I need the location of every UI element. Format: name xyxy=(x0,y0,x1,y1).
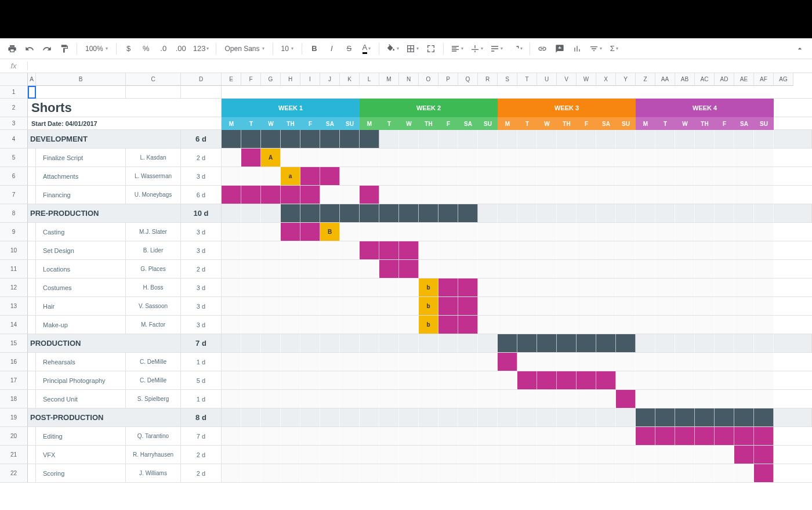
column-header[interactable]: AG xyxy=(774,73,793,86)
gantt-cell[interactable] xyxy=(734,204,754,223)
gantt-cell[interactable] xyxy=(300,371,320,390)
gantt-cell[interactable] xyxy=(517,297,537,316)
gantt-cell[interactable] xyxy=(557,297,577,316)
gantt-cell[interactable] xyxy=(596,260,616,278)
gantt-cell[interactable] xyxy=(478,408,498,427)
gantt-cell[interactable] xyxy=(379,334,399,353)
gantt-cell[interactable] xyxy=(636,408,655,427)
row-number[interactable]: 10 xyxy=(0,241,28,260)
gantt-cell[interactable] xyxy=(498,446,517,464)
gantt-cell[interactable] xyxy=(478,297,498,316)
gantt-cell[interactable] xyxy=(517,334,537,353)
gantt-cell[interactable] xyxy=(616,241,636,260)
gantt-cell[interactable] xyxy=(478,260,498,278)
more-formats-button[interactable]: 123▾ xyxy=(191,41,212,56)
gantt-cell[interactable] xyxy=(537,316,557,334)
gantt-cell[interactable] xyxy=(360,297,379,316)
gantt-cell[interactable] xyxy=(379,371,399,390)
gantt-cell[interactable] xyxy=(596,223,616,241)
gantt-cell[interactable] xyxy=(399,408,419,427)
gantt-cell[interactable] xyxy=(261,334,281,353)
task-row[interactable]: CostumesH. Boss3 db xyxy=(28,278,812,297)
gantt-cell[interactable] xyxy=(458,427,478,446)
gantt-cell[interactable] xyxy=(754,130,774,149)
gantt-cell[interactable] xyxy=(517,353,537,371)
gantt-cell[interactable] xyxy=(419,260,438,278)
gantt-cell[interactable] xyxy=(636,204,655,223)
gantt-cell[interactable] xyxy=(379,297,399,316)
format-currency-button[interactable]: $ xyxy=(121,41,136,56)
gantt-cell[interactable] xyxy=(517,186,537,204)
decrease-decimal-button[interactable]: .0 xyxy=(156,41,171,56)
gantt-cell[interactable] xyxy=(695,446,715,464)
gantt-cell[interactable] xyxy=(438,408,458,427)
gantt-cell[interactable] xyxy=(281,427,300,446)
task-duration[interactable]: 2 d xyxy=(181,464,222,483)
gantt-cell[interactable] xyxy=(557,186,577,204)
gantt-cell[interactable] xyxy=(754,446,774,464)
gantt-cell[interactable] xyxy=(517,427,537,446)
gantt-cell[interactable] xyxy=(300,316,320,334)
gantt-cell[interactable] xyxy=(300,297,320,316)
gantt-cell[interactable] xyxy=(438,130,458,149)
gantt-cell[interactable] xyxy=(616,149,636,167)
gantt-cell[interactable] xyxy=(596,371,616,390)
gantt-cell[interactable] xyxy=(419,186,438,204)
gantt-cell[interactable] xyxy=(399,427,419,446)
column-header[interactable]: P xyxy=(438,73,458,86)
gantt-cell[interactable] xyxy=(577,223,596,241)
gantt-cell[interactable] xyxy=(695,316,715,334)
gantt-cell[interactable] xyxy=(498,353,517,371)
gantt-cell[interactable] xyxy=(636,167,655,186)
gantt-cell[interactable] xyxy=(478,241,498,260)
gantt-cell[interactable] xyxy=(655,223,675,241)
column-header[interactable]: F xyxy=(241,73,261,86)
gantt-cell[interactable] xyxy=(715,464,734,483)
gantt-cell[interactable] xyxy=(261,186,281,204)
gantt-cell[interactable] xyxy=(222,316,241,334)
task-assignee[interactable]: R. Harryhausen xyxy=(126,446,181,464)
gantt-cell[interactable] xyxy=(754,371,774,390)
gantt-cell[interactable] xyxy=(675,167,695,186)
gantt-cell[interactable] xyxy=(754,167,774,186)
task-name[interactable]: Finalize Script xyxy=(36,149,126,167)
gantt-cell[interactable] xyxy=(577,316,596,334)
gantt-cell[interactable] xyxy=(734,260,754,278)
formula-input[interactable] xyxy=(28,59,812,73)
row-number[interactable]: 6 xyxy=(0,167,28,186)
gantt-cell[interactable] xyxy=(715,149,734,167)
gantt-cell[interactable] xyxy=(636,464,655,483)
gantt-cell[interactable] xyxy=(320,297,340,316)
gantt-cell[interactable] xyxy=(636,278,655,297)
gantt-cell[interactable] xyxy=(360,149,379,167)
gantt-cell[interactable] xyxy=(537,241,557,260)
gantt-cell[interactable] xyxy=(616,371,636,390)
gantt-cell[interactable] xyxy=(241,464,261,483)
gantt-cell[interactable] xyxy=(695,371,715,390)
gantt-cell[interactable] xyxy=(419,427,438,446)
gantt-cell[interactable] xyxy=(577,204,596,223)
fill-color-button[interactable]: ▾ xyxy=(384,41,401,56)
gantt-cell[interactable] xyxy=(517,223,537,241)
column-header[interactable]: O xyxy=(419,73,438,86)
gantt-cell[interactable] xyxy=(320,446,340,464)
gantt-cell[interactable] xyxy=(537,167,557,186)
gantt-cell[interactable] xyxy=(734,167,754,186)
gantt-cell[interactable] xyxy=(261,353,281,371)
gantt-cell[interactable] xyxy=(577,260,596,278)
gantt-cell[interactable] xyxy=(655,278,675,297)
gantt-cell[interactable] xyxy=(300,130,320,149)
gantt-cell[interactable] xyxy=(340,408,360,427)
gantt-cell[interactable] xyxy=(537,371,557,390)
gantt-cell[interactable] xyxy=(675,223,695,241)
row-number[interactable]: 3 xyxy=(0,117,28,130)
redo-button[interactable] xyxy=(39,41,55,56)
gantt-cell[interactable] xyxy=(261,297,281,316)
task-assignee[interactable]: C. DeMille xyxy=(126,371,181,390)
insert-chart-button[interactable] xyxy=(570,41,585,56)
gantt-cell[interactable] xyxy=(438,167,458,186)
gantt-cell[interactable] xyxy=(399,371,419,390)
gantt-cell[interactable] xyxy=(458,353,478,371)
gantt-cell[interactable] xyxy=(320,149,340,167)
gantt-cell[interactable] xyxy=(241,260,261,278)
